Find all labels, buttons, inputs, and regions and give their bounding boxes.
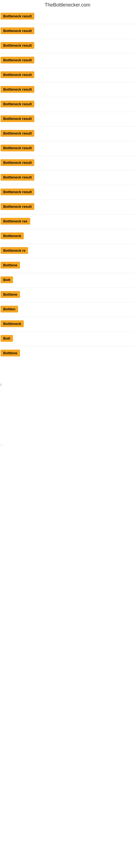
marker-1: | xyxy=(0,382,135,388)
bottleneck-badge[interactable]: Bottlene xyxy=(1,291,20,298)
list-item: Bottleneck result xyxy=(1,25,135,38)
list-item: Bottleneck xyxy=(1,318,135,331)
bottleneck-badge[interactable]: Bottlen xyxy=(1,306,18,312)
bottleneck-badge[interactable]: Bottleneck result xyxy=(1,130,34,137)
list-item: Bottleneck result xyxy=(1,10,135,23)
list-item: Bottleneck result xyxy=(1,39,135,53)
bottleneck-badge[interactable]: Bottleneck xyxy=(1,232,24,239)
bottleneck-badge[interactable]: Bottleneck result xyxy=(1,159,34,166)
divider xyxy=(0,83,135,83)
bottleneck-badge[interactable]: Bottlene xyxy=(1,350,20,356)
list-item: Bottleneck result xyxy=(1,186,135,199)
bottleneck-badge[interactable]: Bottleneck result xyxy=(1,145,34,151)
bottleneck-badge[interactable]: Bottleneck re xyxy=(1,247,28,254)
list-item: Bottlene xyxy=(1,347,135,360)
list-item: Bottleneck result xyxy=(1,156,135,170)
list-item: Bottleneck result xyxy=(1,98,135,111)
list-item: Bottleneck result xyxy=(1,54,135,67)
divider xyxy=(0,287,135,288)
bottleneck-badge[interactable]: Bottleneck result xyxy=(1,27,34,34)
bottleneck-badge[interactable]: Bottleneck result xyxy=(1,174,34,181)
page-wrapper: TheBottlenecker.com Bottleneck resultBot… xyxy=(0,0,135,561)
list-item: Bottleneck res xyxy=(1,215,135,228)
bottleneck-badge[interactable]: Bottleneck result xyxy=(1,13,34,20)
bottleneck-list: Bottleneck resultBottleneck resultBottle… xyxy=(0,10,135,360)
list-item: Bottleneck xyxy=(1,230,135,243)
list-item: Bottleneck result xyxy=(1,127,135,141)
bottleneck-badge[interactable]: Bottlene xyxy=(1,262,20,269)
bottleneck-badge[interactable]: Bottleneck result xyxy=(1,101,34,107)
bottleneck-badge[interactable]: Bottleneck result xyxy=(1,203,34,210)
list-item: Bottlen xyxy=(1,303,135,316)
bottleneck-badge[interactable]: Bottleneck result xyxy=(1,115,34,122)
divider xyxy=(0,156,135,156)
list-item: Bottleneck result xyxy=(1,171,135,184)
divider xyxy=(0,38,135,39)
bottleneck-badge[interactable]: Bottleneck result xyxy=(1,86,34,93)
bottleneck-badge[interactable]: Bott xyxy=(1,335,13,342)
list-item: Bottlene xyxy=(1,259,135,272)
divider xyxy=(0,258,135,258)
divider xyxy=(0,332,135,332)
bottleneck-badge[interactable]: Bottleneck xyxy=(1,320,24,327)
divider xyxy=(0,317,135,317)
bottleneck-badge[interactable]: Bott xyxy=(1,276,13,283)
divider xyxy=(0,346,135,346)
bottleneck-badge[interactable]: Bottleneck result xyxy=(1,57,34,63)
list-item: Bott xyxy=(1,332,135,346)
divider xyxy=(0,97,135,97)
divider xyxy=(0,126,135,127)
site-title: TheBottlenecker.com xyxy=(0,0,135,10)
divider xyxy=(0,273,135,273)
divider xyxy=(0,53,135,54)
list-item: Bottleneck re xyxy=(1,244,135,258)
bottom-area: | ... xyxy=(0,360,135,561)
marker-2: ... xyxy=(0,442,135,447)
divider xyxy=(0,24,135,24)
list-item: Bottleneck result xyxy=(1,142,135,155)
bottleneck-badge[interactable]: Bottleneck res xyxy=(1,218,30,225)
divider xyxy=(0,214,135,215)
bottleneck-badge[interactable]: Bottleneck result xyxy=(1,42,34,49)
bottleneck-badge[interactable]: Bottleneck result xyxy=(1,71,34,78)
divider xyxy=(0,244,135,244)
divider xyxy=(0,302,135,303)
list-item: Bottleneck result xyxy=(1,113,135,126)
divider xyxy=(0,229,135,229)
list-item: Bottleneck result xyxy=(1,83,135,97)
list-item: Bottleneck result xyxy=(1,200,135,214)
list-item: Bottlene xyxy=(1,288,135,302)
list-item: Bottleneck result xyxy=(1,69,135,82)
divider xyxy=(0,68,135,68)
bottleneck-badge[interactable]: Bottleneck result xyxy=(1,188,34,195)
divider xyxy=(0,199,135,200)
divider xyxy=(0,185,135,185)
list-item: Bott xyxy=(1,274,135,287)
